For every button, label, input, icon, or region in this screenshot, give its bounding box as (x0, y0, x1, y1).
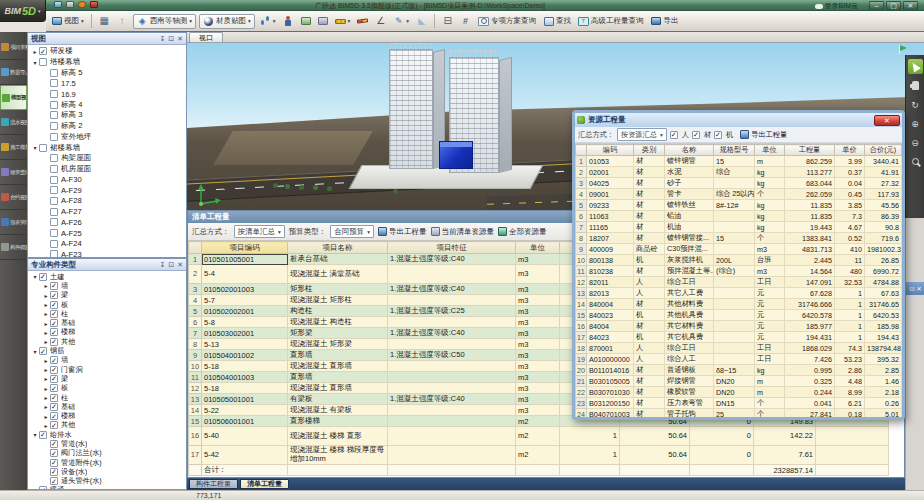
cell-total[interactable]: 26.85 (865, 255, 902, 266)
annotate-button[interactable]: ✎ ▾ (391, 15, 411, 28)
app-logo[interactable]: BIM 5D ▾ (0, 0, 46, 22)
cell-code[interactable]: 5-22 (202, 405, 288, 416)
cell-total[interactable]: 719.6 (865, 233, 902, 244)
cell-category[interactable]: 材 (634, 398, 665, 409)
cell-quantity[interactable]: 0.041 (785, 398, 835, 409)
float-icon[interactable]: ⊡ (168, 261, 174, 269)
grid-toggle-button[interactable]: ▦ (97, 15, 112, 28)
column-header[interactable]: 项目特征 (388, 242, 516, 254)
tree-item[interactable]: 标高 5 (28, 67, 186, 78)
table-row[interactable]: 818207材镀锌钢管接...15个1383.8410.52719.6 (576, 233, 902, 244)
checkbox[interactable]: ✓ (50, 282, 58, 290)
tree-item[interactable]: ▸✓柱 (28, 393, 186, 402)
checkbox[interactable]: ✓ (50, 477, 58, 485)
expander-icon[interactable]: ▸ (42, 329, 50, 336)
cell-total[interactable]: 0.26 (865, 398, 902, 409)
special-plan-query-button[interactable]: 专项方案查询 (476, 15, 538, 28)
cell-feature[interactable]: 1.混凝土强度等级:C50 (388, 350, 516, 361)
cell-name[interactable]: 镀锌铁丝 (665, 200, 714, 211)
cell-category[interactable]: 材 (634, 178, 665, 189)
monitor-icon[interactable] (54, 1, 62, 8)
cell-quantity[interactable]: 1383.841 (785, 233, 835, 244)
maximize-button[interactable]: ▢ (886, 1, 901, 10)
find-button[interactable]: 查找 (541, 15, 573, 28)
checkbox[interactable]: ✓ (39, 47, 47, 55)
cell-total[interactable]: 185.98 (865, 321, 902, 332)
expander-icon[interactable]: ▸ (42, 357, 50, 364)
cell-code[interactable]: B031200150 (587, 398, 634, 409)
cell-code[interactable]: 840023 (587, 310, 634, 321)
cell-spec[interactable]: 8#-12# (714, 200, 755, 211)
view-direction-select[interactable]: ◈ 西南等轴测 ▾ (133, 14, 196, 29)
expander-icon[interactable]: ▸ (42, 338, 50, 345)
cell-spec[interactable] (714, 343, 755, 354)
cell-unit[interactable]: 元 (755, 321, 785, 332)
cell-unit[interactable]: m3 (755, 266, 785, 277)
cell-unit-price[interactable]: 142.22 (754, 427, 816, 446)
expander-icon[interactable]: ▾ (31, 144, 39, 151)
cell-code[interactable]: 82013 (587, 288, 634, 299)
cell-unit[interactable]: m2 (516, 416, 560, 427)
tree-item[interactable]: 标高 4 (28, 99, 186, 110)
cell-unit[interactable]: kg (755, 365, 785, 376)
current-item-resource-button[interactable]: 当前清单资源量 (431, 227, 495, 237)
table-row[interactable]: 18870001人综合工日工日1868.02974.3138794.48 (576, 343, 902, 354)
cell-spec[interactable]: 15 (714, 156, 755, 167)
cell-name[interactable]: 其他材料费 (665, 299, 714, 310)
cell-feature[interactable] (388, 427, 516, 446)
cell-unit[interactable]: m2 (516, 446, 560, 465)
cell-category[interactable]: 材 (634, 156, 665, 167)
summary-mode-select[interactable]: 按清单汇总 ▾ (234, 225, 285, 238)
checkbox[interactable]: ✓ (50, 449, 58, 457)
cell-name[interactable]: 机油 (665, 222, 714, 233)
display-mode-select[interactable]: 材质贴图 ▾ (199, 14, 255, 29)
cell-name[interactable]: 其它机具费 (665, 332, 714, 343)
tree-item[interactable]: A-F25 (28, 228, 186, 239)
close-button[interactable]: ✕ (903, 1, 918, 10)
tree-item[interactable]: ▸✓梁 (28, 374, 186, 383)
cell-unit[interactable]: m3 (516, 394, 560, 405)
cell-name[interactable]: 矩形柱 (288, 284, 388, 295)
cell-quantity[interactable]: 4831.713 (785, 244, 835, 255)
expander-icon[interactable]: ▸ (42, 394, 50, 401)
cell-total[interactable]: 2.85 (865, 365, 902, 376)
tree-item[interactable]: ▸✓板 (28, 300, 186, 309)
cell-spec[interactable] (714, 310, 755, 321)
record-icon[interactable] (78, 1, 86, 8)
cell-unit[interactable]: m3 (516, 328, 560, 339)
cell-category[interactable]: 材 (634, 266, 665, 277)
tree-item[interactable]: ▸✓梁 (28, 291, 186, 300)
cell-code[interactable]: 5-42 (202, 446, 288, 465)
printer-icon[interactable] (66, 1, 74, 8)
column-header[interactable]: 规格型号 (714, 145, 755, 156)
checkbox[interactable]: ✓ (50, 440, 58, 448)
cell-spec[interactable]: 200L (714, 255, 755, 266)
tree-item[interactable]: ▸✓基础 (28, 318, 186, 327)
axis-grid-button[interactable]: # (458, 15, 473, 28)
cell-budget-qty[interactable]: 50.64 (620, 427, 690, 446)
tree-item[interactable]: ▸✓其他 (28, 337, 186, 346)
login-bim-cloud[interactable]: 登录BIM云 (815, 1, 858, 11)
cell-total[interactable]: 41.91 (865, 167, 902, 178)
cell-total[interactable]: 5.01 (865, 409, 902, 418)
cell-category[interactable]: 材 (634, 189, 665, 200)
tree-item[interactable]: ▾✓暖通 (28, 486, 186, 489)
tree-item[interactable]: ▾✓土建 (28, 272, 186, 281)
sidebar-item[interactable]: 模型视图 (0, 85, 27, 110)
select-tool-button[interactable] (908, 59, 923, 74)
cell-category[interactable]: 材 (634, 365, 665, 376)
cell-unit[interactable]: kg (755, 222, 785, 233)
table-row[interactable]: 409001材管卡综合 25以内个262.0590.45117.93 (576, 189, 902, 200)
checkbox[interactable] (50, 208, 58, 216)
table-row[interactable]: 20B011014016材普通钢板δ8~15kg0.9952.862.85 (576, 365, 902, 376)
cell-name[interactable]: 矩形梁 (288, 328, 388, 339)
float-icon[interactable]: ⊡ (909, 285, 914, 292)
expander-icon[interactable]: ▾ (31, 348, 39, 355)
cell-quantity[interactable]: 683.044 (785, 178, 835, 189)
cell-spec[interactable]: 综合 25以内 (714, 189, 755, 200)
expander-icon[interactable]: ▸ (42, 292, 50, 299)
checkbox[interactable] (50, 90, 58, 98)
checkbox[interactable] (50, 229, 58, 237)
cell-code[interactable]: 02001 (587, 167, 634, 178)
cell-code[interactable]: 5-40 (202, 427, 288, 446)
